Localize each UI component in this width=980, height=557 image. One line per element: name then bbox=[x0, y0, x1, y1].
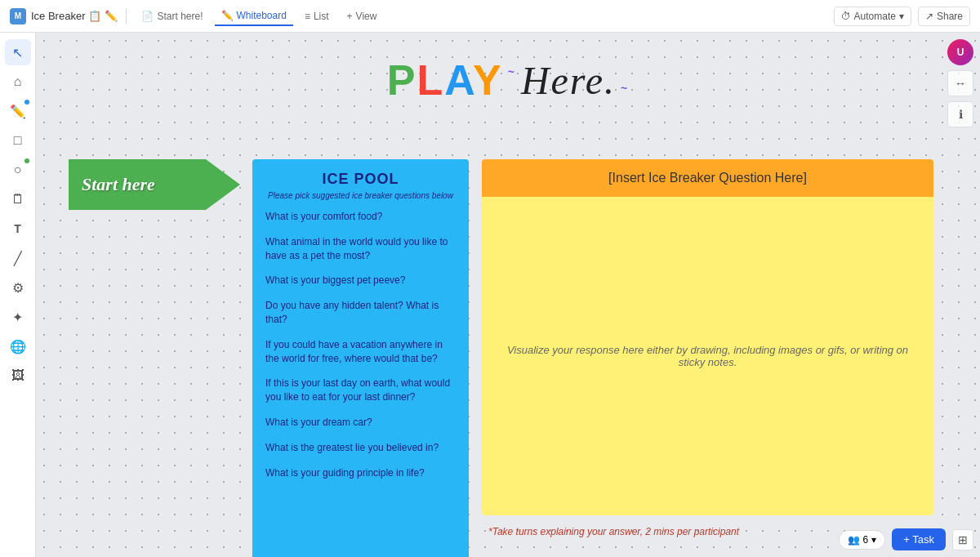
tool-circle[interactable]: ○ bbox=[5, 157, 31, 183]
page-title: Ice Breaker 📋 ✏️ bbox=[31, 10, 118, 22]
tab-view[interactable]: + View bbox=[341, 7, 384, 25]
page-title-icon1: 📋 bbox=[88, 10, 101, 22]
tool-magic[interactable]: ✦ bbox=[5, 304, 31, 330]
topbar-left: M Ice Breaker 📋 ✏️ 📄 Start here! ✏️ Whit… bbox=[10, 7, 827, 26]
tab-start-here-label: Start here! bbox=[157, 11, 203, 22]
page-title-text: Ice Breaker bbox=[31, 10, 85, 22]
tab-start-here-icon: 📄 bbox=[141, 11, 154, 22]
participants-count: 6 bbox=[863, 534, 869, 546]
share-button[interactable]: ↗ Share bbox=[918, 7, 970, 26]
task-button[interactable]: + Task bbox=[892, 528, 946, 550]
start-here-arrow: Start here bbox=[69, 159, 240, 210]
here-word: Here. bbox=[521, 58, 616, 103]
share-icon: ↗ bbox=[925, 11, 933, 22]
topbar-right: ⏱ Automate ▾ ↗ Share bbox=[834, 7, 970, 26]
participants-icon: 👥 bbox=[848, 534, 860, 546]
ice-pool-subtitle: Please pick suggested ice breaker questi… bbox=[265, 191, 456, 200]
tool-image[interactable]: 🖼 bbox=[5, 363, 31, 389]
tool-line[interactable]: ╱ bbox=[5, 245, 31, 271]
ice-pool-question-2: What is your biggest pet peeve? bbox=[265, 274, 456, 287]
tool-home[interactable]: ⌂ bbox=[5, 69, 31, 95]
answer-body: Visualize your response here either by d… bbox=[482, 197, 933, 515]
automate-button[interactable]: ⏱ Automate ▾ bbox=[834, 7, 911, 26]
tool-rectangle[interactable]: □ bbox=[5, 127, 31, 154]
ice-pool-question-8: What is your guiding principle in life? bbox=[265, 466, 456, 480]
answer-card: [Insert Ice Breaker Question Here] Visua… bbox=[482, 159, 933, 515]
automate-icon: ⏱ bbox=[841, 11, 851, 22]
grid-icon: ⊞ bbox=[958, 533, 968, 546]
tool-select[interactable]: ↖ bbox=[5, 39, 31, 65]
main-area: ↖ ⌂ ✏️ □ ○ 🗒 T ╱ ⚙ ✦ 🌐 🖼 PLAY ~ Here. ~ bbox=[0, 33, 980, 557]
app-logo: M bbox=[10, 8, 26, 25]
participants-chevron: ▾ bbox=[871, 534, 876, 546]
tab-whiteboard[interactable]: ✏️ Whiteboard bbox=[215, 7, 293, 26]
answer-header: [Insert Ice Breaker Question Here] bbox=[482, 159, 933, 197]
tool-sticky[interactable]: 🗒 bbox=[5, 186, 31, 212]
ice-pool-title: ICE POOL bbox=[265, 171, 456, 188]
ice-pool-question-6: What is your dream car? bbox=[265, 416, 456, 430]
deco-squiggle2: ~ bbox=[621, 82, 629, 95]
play-letter-a: A bbox=[444, 56, 473, 104]
tab-list[interactable]: ≡ List bbox=[298, 7, 336, 25]
participants-button[interactable]: 👥 6 ▾ bbox=[839, 530, 886, 550]
automate-chevron: ▾ bbox=[899, 11, 904, 22]
ice-pool-question-4: If you could have a vacation anywhere in… bbox=[265, 338, 456, 366]
topbar: M Ice Breaker 📋 ✏️ 📄 Start here! ✏️ Whit… bbox=[0, 0, 980, 33]
share-label: Share bbox=[937, 11, 963, 22]
ice-pool-card: ICE POOL Please pick suggested ice break… bbox=[252, 159, 469, 557]
play-word: PLAY bbox=[387, 56, 503, 105]
tab-list-icon: ≡ bbox=[305, 11, 310, 22]
play-title: PLAY ~ Here. ~ bbox=[387, 56, 629, 105]
tab-list-label: List bbox=[314, 11, 329, 22]
tab-view-label: View bbox=[356, 11, 377, 22]
ice-pool-question-7: What is the greatest lie you believed in… bbox=[265, 441, 456, 455]
answer-placeholder-text: Visualize your response here either by d… bbox=[498, 344, 917, 368]
tool-pen-dot bbox=[24, 100, 29, 105]
play-letter-p: P bbox=[387, 56, 417, 104]
tab-view-icon: + bbox=[347, 11, 353, 22]
deco-squiggle1: ~ bbox=[508, 65, 516, 78]
play-letter-y: Y bbox=[473, 56, 503, 104]
tool-globe[interactable]: 🌐 bbox=[5, 333, 31, 359]
ice-pool-question-1: What animal in the world would you like … bbox=[265, 235, 456, 263]
tool-circle-dot bbox=[24, 158, 29, 163]
tool-text[interactable]: T bbox=[5, 216, 31, 242]
ice-pool-question-3: Do you have any hidden talent? What is t… bbox=[265, 299, 456, 327]
tab-start-here[interactable]: 📄 Start here! bbox=[135, 7, 209, 25]
fit-to-screen-button[interactable]: ↔ bbox=[947, 70, 973, 96]
canvas-area[interactable]: PLAY ~ Here. ~ Start here ICE POOL Pleas… bbox=[36, 33, 980, 557]
bottom-bar: 👥 6 ▾ + Task ⊞ bbox=[839, 528, 973, 550]
tool-connector[interactable]: ⚙ bbox=[5, 274, 31, 301]
tab-whiteboard-label: Whiteboard bbox=[237, 10, 287, 21]
info-button[interactable]: ℹ bbox=[947, 101, 973, 127]
start-here-label: Start here bbox=[82, 174, 155, 195]
ice-pool-question-5: If this is your last day on earth, what … bbox=[265, 377, 456, 404]
play-letter-l: L bbox=[416, 56, 444, 104]
grid-view-button[interactable]: ⊞ bbox=[952, 529, 973, 550]
right-panel: U ↔ ℹ bbox=[941, 33, 980, 134]
left-toolbar: ↖ ⌂ ✏️ □ ○ 🗒 T ╱ ⚙ ✦ 🌐 🖼 bbox=[0, 33, 36, 557]
automate-label: Automate bbox=[854, 11, 896, 22]
page-title-icon2: ✏️ bbox=[105, 10, 118, 22]
task-label: + Task bbox=[903, 533, 934, 546]
tab-whiteboard-icon: ✏️ bbox=[221, 10, 234, 21]
topbar-divider bbox=[126, 8, 127, 25]
ice-pool-question-0: What is your comfort food? bbox=[265, 210, 456, 224]
tool-pen[interactable]: ✏️ bbox=[5, 98, 31, 124]
avatar: U bbox=[947, 39, 973, 65]
